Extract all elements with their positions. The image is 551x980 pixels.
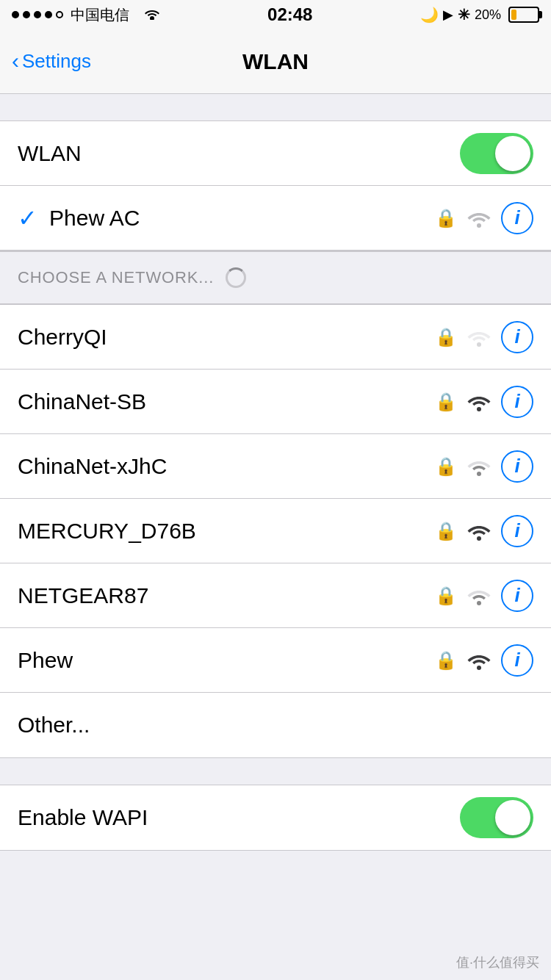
- info-button[interactable]: i: [501, 580, 533, 612]
- network-section-header: CHOOSE A NETWORK...: [0, 251, 551, 304]
- wlan-label: WLAN: [18, 141, 460, 166]
- battery-percent: 20%: [475, 7, 501, 23]
- status-time: 02:48: [267, 4, 312, 25]
- checkmark-icon: ✓: [18, 204, 37, 232]
- bottom-spacer: [0, 851, 551, 877]
- back-chevron-icon: ‹: [12, 50, 19, 72]
- info-button[interactable]: i: [501, 644, 533, 677]
- info-button[interactable]: i: [501, 515, 533, 547]
- dot4: [45, 11, 52, 18]
- wapi-group: Enable WAPI: [0, 785, 551, 851]
- top-spacer: [0, 94, 551, 120]
- back-label: Settings: [22, 50, 91, 73]
- dot1: [12, 11, 19, 18]
- lock-icon: 🔒: [435, 521, 457, 541]
- bluetooth-icon: ✳: [458, 6, 470, 24]
- navigation-bar: ‹ Settings WLAN: [0, 29, 551, 94]
- dot2: [23, 11, 30, 18]
- svg-point-1: [477, 342, 481, 347]
- section-header-label: CHOOSE A NETWORK...: [18, 268, 214, 287]
- info-button[interactable]: i: [501, 386, 533, 418]
- svg-point-2: [477, 407, 481, 411]
- wapi-spacer: [0, 758, 551, 785]
- connected-info-button[interactable]: i: [501, 202, 533, 234]
- other-label: Other...: [18, 713, 533, 738]
- network-icons: 🔒 i: [435, 321, 533, 353]
- carrier-label: 中国电信: [71, 5, 129, 25]
- back-button[interactable]: ‹ Settings: [12, 50, 91, 73]
- network-icons: 🔒 i: [435, 386, 533, 418]
- watermark: 值·什么值得买: [456, 954, 539, 971]
- status-bar: 中国电信 02:48 🌙 ▶ ✳ 20%: [0, 0, 551, 29]
- network-name: ChinaNet-xJhC: [18, 454, 435, 479]
- network-row[interactable]: NETGEAR87 🔒 i: [0, 563, 551, 628]
- svg-point-0: [477, 223, 481, 228]
- network-name: Phew: [18, 648, 435, 673]
- wlan-toggle[interactable]: [460, 133, 533, 174]
- wifi-signal-icon: [467, 457, 491, 476]
- network-name: CherryQI: [18, 325, 435, 350]
- wifi-signal-icon: [467, 651, 491, 670]
- wifi-signal-icon: [467, 586, 491, 605]
- network-icons: 🔒 i: [435, 644, 533, 677]
- network-icons: 🔒 i: [435, 450, 533, 483]
- network-row[interactable]: MERCURY_D76B 🔒 i: [0, 499, 551, 563]
- network-icons: 🔒 i: [435, 580, 533, 612]
- info-button[interactable]: i: [501, 450, 533, 483]
- wapi-toggle-knob: [495, 800, 530, 835]
- wapi-toggle-right: [460, 797, 533, 838]
- location-icon: ▶: [443, 7, 453, 23]
- svg-point-3: [477, 472, 481, 476]
- lock-icon: 🔒: [435, 456, 457, 477]
- signal-dots: [12, 11, 63, 18]
- connected-network-row[interactable]: ✓ Phew AC 🔒 i: [0, 186, 551, 251]
- svg-point-4: [477, 536, 481, 541]
- network-row[interactable]: CherryQI 🔒 i: [0, 305, 551, 370]
- network-name: MERCURY_D76B: [18, 519, 435, 544]
- network-list: CherryQI 🔒 i ChinaNet-SB 🔒: [0, 304, 551, 758]
- network-name: ChinaNet-SB: [18, 389, 435, 414]
- status-right: 🌙 ▶ ✳ 20%: [420, 6, 539, 24]
- wifi-signal-icon: [467, 209, 491, 228]
- loading-spinner: [226, 267, 246, 288]
- wapi-toggle[interactable]: [460, 797, 533, 838]
- network-row[interactable]: ChinaNet-SB 🔒 i: [0, 370, 551, 434]
- lock-icon: 🔒: [435, 586, 457, 606]
- network-row[interactable]: Phew 🔒 i: [0, 628, 551, 693]
- wlan-toggle-row: WLAN: [0, 121, 551, 186]
- wifi-signal-icon: [467, 392, 491, 411]
- info-button[interactable]: i: [501, 321, 533, 353]
- dot5: [56, 11, 63, 18]
- lock-icon: 🔒: [435, 392, 457, 412]
- dot3: [34, 11, 41, 18]
- wlan-toggle-right: [460, 133, 533, 174]
- status-left: 中国电信: [12, 5, 160, 25]
- wapi-row: Enable WAPI: [0, 785, 551, 850]
- lock-icon: 🔒: [435, 650, 457, 671]
- network-row[interactable]: ChinaNet-xJhC 🔒 i: [0, 434, 551, 499]
- connected-network-icons: 🔒 i: [435, 202, 533, 234]
- moon-icon: 🌙: [420, 6, 439, 24]
- network-name: NETGEAR87: [18, 583, 435, 608]
- wlan-toggle-group: WLAN ✓ Phew AC 🔒 i: [0, 120, 551, 251]
- toggle-knob: [495, 136, 530, 171]
- battery-icon: [508, 7, 539, 23]
- lock-icon: 🔒: [435, 208, 457, 228]
- wifi-signal-icon: [467, 522, 491, 541]
- wifi-signal-icon: [467, 328, 491, 347]
- wapi-label: Enable WAPI: [18, 805, 460, 830]
- svg-point-6: [477, 666, 481, 670]
- other-network-row[interactable]: Other...: [0, 693, 551, 757]
- status-wifi-icon: [132, 7, 160, 24]
- svg-point-5: [477, 601, 481, 605]
- connected-network-name: Phew AC: [49, 206, 435, 231]
- page-title: WLAN: [242, 49, 309, 74]
- network-icons: 🔒 i: [435, 515, 533, 547]
- lock-icon: 🔒: [435, 327, 457, 347]
